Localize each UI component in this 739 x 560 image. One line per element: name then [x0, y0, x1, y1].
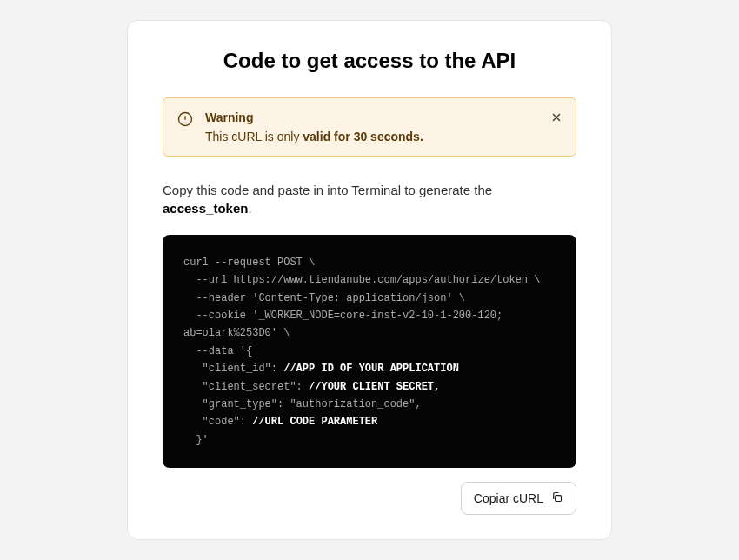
code-line-8: "grant_type": "authorization_code", [183, 398, 422, 410]
alert-body: Warning This cURL is only valid for 30 s… [205, 110, 562, 143]
code-line-7a: "client_secret": [183, 381, 309, 393]
instruction-bold: access_token [163, 201, 248, 216]
code-line-4a: --cookie '_WORKER_NODE=core-inst-v2-10-1… [183, 310, 503, 322]
code-line-2: --url https://www.tiendanube.com/apps/au… [183, 274, 540, 286]
code-line-3: --header 'Content-Type: application/json… [183, 292, 465, 304]
instruction-text: Copy this code and paste in into Termina… [163, 181, 576, 217]
code-line-6b: //APP ID OF YOUR APPLICATION [283, 363, 459, 375]
close-icon [549, 114, 563, 127]
warning-icon [177, 111, 193, 127]
code-line-9a: "code": [183, 416, 252, 428]
alert-title: Warning [205, 110, 562, 124]
alert-text-prefix: This cURL is only [205, 130, 303, 143]
copy-icon [550, 490, 563, 506]
code-line-10: }' [183, 434, 209, 446]
warning-alert: Warning This cURL is only valid for 30 s… [163, 97, 576, 157]
alert-close-button[interactable] [549, 110, 563, 124]
copy-button-label: Copiar cURL [474, 491, 543, 505]
page-title: Code to get access to the API [163, 49, 576, 73]
code-line-4b: ab=olark%253D0' \ [183, 327, 290, 339]
api-access-card: Code to get access to the API Warning Th… [127, 20, 612, 540]
copy-curl-button[interactable]: Copiar cURL [461, 482, 576, 515]
svg-rect-5 [556, 496, 562, 502]
code-line-6a: "client_id": [183, 363, 283, 375]
code-line-7b: //YOUR CLIENT SECRET, [309, 381, 440, 393]
alert-text: This cURL is only valid for 30 seconds. [205, 130, 562, 143]
alert-text-bold: valid for 30 seconds. [303, 130, 423, 143]
instruction-suffix: . [248, 201, 251, 216]
code-line-1: curl --request POST \ [183, 257, 315, 269]
instruction-prefix: Copy this code and paste in into Termina… [163, 183, 492, 197]
code-block: curl --request POST \ --url https://www.… [163, 235, 576, 468]
button-row: Copiar cURL [163, 482, 576, 515]
svg-point-2 [185, 122, 186, 123]
code-line-9b: //URL CODE PARAMETER [252, 416, 377, 428]
code-line-5: --data '{ [183, 345, 252, 357]
